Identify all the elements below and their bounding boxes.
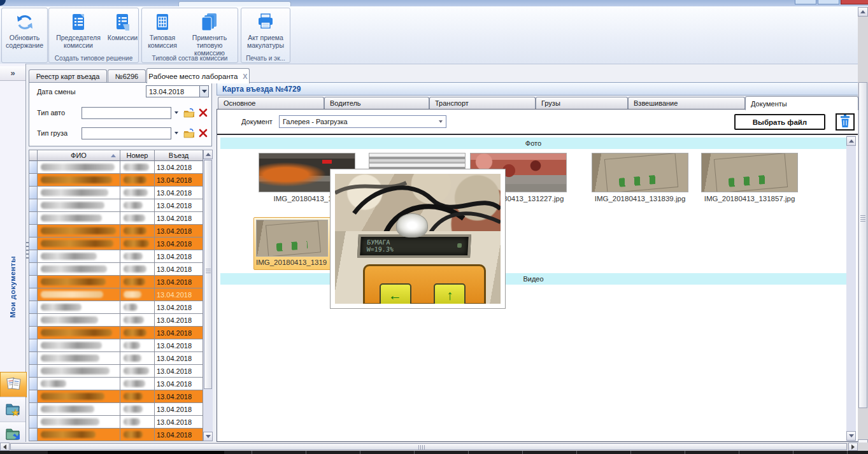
row-selector[interactable] <box>29 288 38 301</box>
vehicle-type-input[interactable] <box>82 107 171 119</box>
table-row[interactable]: 13.04.2018 <box>29 365 203 378</box>
photo-thumbnail-image[interactable] <box>592 153 688 192</box>
shift-date-dropdown-button[interactable] <box>199 85 209 97</box>
vehicle-type-clear-icon[interactable] <box>197 107 210 118</box>
column-header-number[interactable]: Номер <box>120 150 155 161</box>
card-tab-Взвешивание[interactable]: Взвешивание <box>628 97 745 109</box>
cargo-type-open-folder-icon[interactable] <box>183 127 196 139</box>
app-menu-orb-fragment[interactable] <box>0 0 6 6</box>
horizontal-scrollbar-thumb[interactable] <box>10 443 847 450</box>
scroll-up-icon[interactable] <box>858 7 868 17</box>
document-tab-1[interactable]: Реестр карт въезда <box>29 69 107 82</box>
document-tab-3[interactable]: Рабочее место лаборантаX <box>146 68 250 83</box>
cargo-type-input[interactable] <box>82 127 171 139</box>
taskbar-buttons-fragment[interactable] <box>252 451 868 454</box>
table-row[interactable]: 13.04.2018 <box>29 263 203 276</box>
cargo-type-dropdown-icon[interactable] <box>174 132 178 134</box>
card-tab-Документы[interactable]: Документы <box>745 96 858 110</box>
row-selector[interactable] <box>29 199 38 212</box>
photo-thumbnail-image[interactable] <box>701 153 798 192</box>
row-selector[interactable] <box>29 174 38 187</box>
table-row[interactable]: 13.04.2018 <box>29 250 203 263</box>
row-selector[interactable] <box>29 378 38 390</box>
minimize-button-fragment[interactable] <box>795 0 816 4</box>
table-row[interactable]: 13.04.2018 <box>29 416 203 429</box>
table-row[interactable]: 13.04.2018 <box>29 352 203 365</box>
photo-thumbnail[interactable]: IMG_20180413_131839.jpg <box>592 153 688 192</box>
row-selector[interactable] <box>29 161 38 174</box>
window-horizontal-scrollbar[interactable] <box>0 443 858 451</box>
row-selector[interactable] <box>29 416 38 429</box>
photo-area-scrollbar[interactable] <box>846 136 856 441</box>
table-row[interactable]: 13.04.2018 <box>29 238 203 250</box>
favorites-button[interactable]: ★ <box>0 397 25 422</box>
table-row[interactable]: 13.04.2018 <box>29 288 203 301</box>
photo-thumbnail[interactable]: IMG_20180413_131857.jpg <box>701 153 798 192</box>
row-selector[interactable] <box>29 263 38 276</box>
document-type-combobox[interactable]: Галерея - Разгрузка <box>279 115 446 128</box>
scroll-left-icon[interactable] <box>0 443 10 451</box>
table-row[interactable]: 13.04.2018 <box>29 314 203 327</box>
row-selector[interactable] <box>29 276 38 288</box>
selected-photo-thumbnail[interactable]: IMG_20180413_1319 <box>253 217 333 270</box>
table-row[interactable]: 13.04.2018 <box>29 225 203 238</box>
document-tab-2[interactable]: №6296 <box>108 69 146 82</box>
row-selector[interactable] <box>29 327 38 339</box>
row-selector[interactable] <box>29 314 38 327</box>
refresh-content-button[interactable]: Обновить содержание <box>2 8 47 62</box>
vehicle-type-dropdown-icon[interactable] <box>174 111 178 114</box>
close-tab-icon[interactable]: X <box>243 73 247 80</box>
table-row[interactable]: 13.04.2018 <box>29 212 203 225</box>
table-scrollbar[interactable] <box>203 150 213 441</box>
my-documents-button[interactable] <box>0 372 27 397</box>
cargo-type-clear-icon[interactable] <box>197 127 210 139</box>
card-tab-Грузы[interactable]: Грузы <box>536 97 628 109</box>
choose-file-button[interactable]: Выбрать файл <box>734 114 825 130</box>
row-selector[interactable] <box>29 212 38 225</box>
delete-document-button[interactable] <box>836 113 855 131</box>
row-selector[interactable] <box>29 352 38 365</box>
row-selector[interactable] <box>29 301 38 314</box>
row-selector[interactable] <box>29 365 38 378</box>
photo-thumbnail-image[interactable] <box>256 220 328 257</box>
row-selector[interactable] <box>29 429 38 441</box>
table-row[interactable]: 13.04.2018 <box>29 403 203 416</box>
card-tab-Транспорт[interactable]: Транспорт <box>429 97 536 109</box>
close-button-fragment[interactable] <box>841 0 868 4</box>
table-scrollbar-thumb[interactable] <box>204 160 212 389</box>
column-header-fio[interactable]: ФИО <box>38 150 120 161</box>
scroll-down-icon[interactable] <box>203 432 213 441</box>
row-selector[interactable] <box>29 339 38 352</box>
row-selector[interactable] <box>29 403 38 416</box>
taskbar-active-window-fragment[interactable] <box>48 451 224 454</box>
photo-preview-popup[interactable]: БУМАГА W=19.3% ← ↑ <box>330 169 506 309</box>
table-row[interactable]: 13.04.2018 <box>29 161 203 174</box>
table-row[interactable]: 13.04.2018 <box>29 301 203 314</box>
row-selector[interactable] <box>29 187 38 199</box>
row-selector[interactable] <box>29 390 38 403</box>
shift-date-field[interactable]: 13.04.2018 <box>146 85 200 97</box>
scroll-down-icon[interactable] <box>846 431 856 441</box>
table-row[interactable]: 13.04.2018 <box>29 429 203 441</box>
vehicle-type-open-folder-icon[interactable] <box>183 107 196 118</box>
maximize-button-fragment[interactable] <box>818 0 839 4</box>
table-row[interactable]: 13.04.2018 <box>29 327 203 339</box>
table-row[interactable]: 13.04.2018 <box>29 174 203 187</box>
table-row[interactable]: 13.04.2018 <box>29 187 203 199</box>
card-tab-Водитель[interactable]: Водитель <box>324 97 429 109</box>
scroll-up-icon[interactable] <box>203 150 213 159</box>
card-tab-Основное[interactable]: Основное <box>218 97 324 109</box>
table-row[interactable]: 13.04.2018 <box>29 378 203 390</box>
table-row[interactable]: 13.04.2018 <box>29 276 203 288</box>
table-row[interactable]: 13.04.2018 <box>29 199 203 212</box>
window-scrollbar-thumb[interactable] <box>858 82 867 408</box>
scroll-right-icon[interactable] <box>848 443 858 451</box>
table-row[interactable]: 13.04.2018 <box>29 390 203 403</box>
column-header-entry[interactable]: Въезд <box>155 150 203 161</box>
row-selector[interactable] <box>29 225 38 238</box>
window-vertical-scrollbar[interactable] <box>858 7 868 449</box>
scroll-up-icon[interactable] <box>846 136 856 146</box>
table-row[interactable]: 13.04.2018 <box>29 339 203 352</box>
row-selector[interactable] <box>29 238 38 250</box>
row-selector[interactable] <box>29 250 38 263</box>
